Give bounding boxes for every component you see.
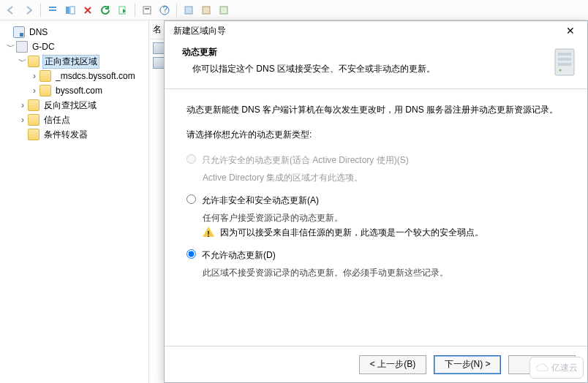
svg-rect-8	[203, 7, 210, 14]
dialog-titlebar: 新建区域向导 ✕	[165, 21, 587, 40]
svg-rect-4	[145, 8, 149, 10]
radio-input[interactable]	[186, 249, 196, 259]
server-icon	[16, 41, 28, 53]
tree-cond-forwarders[interactable]: 条件转发器	[0, 127, 148, 142]
prompt-text: 请选择你想允许的动态更新类型:	[186, 127, 570, 142]
svg-rect-9	[220, 7, 227, 14]
tree-root-dns[interactable]: DNS	[0, 25, 148, 39]
dialog-close-button[interactable]: ✕	[558, 23, 583, 39]
radio-no-dynamic-updates[interactable]: 不允许动态更新(D)	[186, 248, 570, 262]
radio-input	[186, 154, 196, 164]
export-button[interactable]	[115, 2, 131, 18]
dialog-body: 动态更新能使 DNS 客户端计算机在每次发生更改时，用 DNS 服务器注册并动态…	[165, 89, 587, 346]
list-item[interactable]	[153, 57, 165, 69]
tree-reverse-zones[interactable]: ›反向查找区域	[0, 98, 148, 113]
cloud-icon	[535, 361, 549, 374]
tree-label: G-DC	[31, 42, 56, 52]
next-button[interactable]: 下一步(N) >	[434, 355, 501, 374]
svg-rect-13	[558, 63, 571, 66]
folder-icon	[28, 56, 39, 67]
tree-label: byssoft.com	[54, 86, 104, 96]
dns-icon	[13, 26, 25, 38]
folder-icon	[28, 99, 39, 111]
tree-trust-points[interactable]: ›信任点	[0, 113, 148, 127]
tree-label: 信任点	[42, 114, 72, 126]
radio-secure-only: 只允许安全的动态更新(适合 Active Directory 使用)(S)	[186, 153, 570, 167]
svg-rect-11	[558, 53, 571, 56]
svg-rect-1	[70, 7, 75, 14]
warning-text: 因为可以接受来自非信任源的更新，此选项是一个较大的安全弱点。	[220, 225, 483, 240]
zone-icon	[39, 70, 51, 82]
radio-secure-only-desc: Active Directory 集成的区域才有此选项。	[186, 170, 570, 185]
help-button[interactable]: ?	[157, 2, 173, 18]
tree-label: _msdcs.byssoft.com	[54, 71, 137, 81]
dialog-header: 动态更新 你可以指定这个 DNS 区域接受安全、不安全或非动态的更新。	[165, 40, 587, 89]
svg-rect-12	[558, 58, 571, 61]
list-item[interactable]	[153, 42, 165, 54]
up-button[interactable]	[45, 2, 61, 18]
expand-toggle[interactable]: ›	[29, 71, 39, 81]
watermark: 亿速云	[529, 357, 584, 379]
tree-zone-byssoft[interactable]: ›byssoft.com	[0, 83, 148, 98]
back-button[interactable]: < 上一步(B)	[359, 355, 426, 374]
intro-text: 动态更新能使 DNS 客户端计算机在每次发生更改时，用 DNS 服务器注册并动态…	[186, 102, 570, 117]
folder-icon	[28, 114, 39, 126]
filter2-button[interactable]	[198, 2, 214, 18]
dialog-footer: < 上一步(B) 下一步(N) > 取消	[165, 346, 587, 382]
svg-rect-7	[185, 7, 192, 14]
warning-icon	[203, 227, 214, 237]
dialog-subheading: 你可以指定这个 DNS 区域接受安全、不安全或非动态的更新。	[182, 63, 546, 75]
dialog-heading: 动态更新	[182, 46, 546, 58]
tree-label: 正向查找区域	[42, 55, 99, 69]
mmc-toolbar: ?	[0, 0, 588, 20]
back-button[interactable]	[3, 2, 19, 18]
folder-icon	[28, 129, 39, 140]
tree-forward-zones[interactable]: ﹀正向查找区域	[0, 54, 148, 69]
tree-label: 条件转发器	[42, 129, 89, 141]
filter1-button[interactable]	[181, 2, 197, 18]
refresh-button[interactable]	[97, 2, 113, 18]
tree-server[interactable]: ﹀G-DC	[0, 39, 148, 54]
tree-label: 反向查找区域	[42, 99, 98, 112]
radio-nonsecure-and-secure[interactable]: 允许非安全和安全动态更新(A)	[186, 193, 570, 208]
properties-button[interactable]	[139, 2, 155, 18]
expand-toggle[interactable]: ›	[18, 115, 28, 125]
svg-point-14	[559, 69, 562, 72]
radio-group: 只允许安全的动态更新(适合 Active Directory 使用)(S) Ac…	[186, 153, 570, 281]
filter3-button[interactable]	[216, 2, 232, 18]
warning-row: 因为可以接受来自非信任源的更新，此选项是一个较大的安全弱点。	[186, 225, 570, 240]
svg-text:?: ?	[163, 5, 168, 15]
svg-rect-3	[143, 7, 151, 14]
delete-button[interactable]	[80, 2, 96, 18]
tree-label: DNS	[28, 27, 49, 37]
radio-none-desc: 此区域不接受资源记录的动态更新。你必须手动更新这些记录。	[186, 265, 570, 280]
show-hide-tree-button[interactable]	[62, 2, 78, 18]
zone-icon	[39, 85, 51, 96]
forward-button[interactable]	[20, 2, 37, 18]
radio-nonsecure-desc: 任何客户接受资源记录的动态更新。	[186, 211, 570, 225]
dialog-title: 新建区域向导	[173, 25, 558, 37]
new-zone-wizard-dialog: 新建区域向导 ✕ 动态更新 你可以指定这个 DNS 区域接受安全、不安全或非动态…	[164, 20, 588, 383]
expand-toggle[interactable]: ›	[29, 86, 39, 96]
svg-rect-0	[66, 7, 69, 14]
tree-zone-msdcs[interactable]: ›_msdcs.byssoft.com	[0, 69, 148, 83]
server-illustration-icon	[551, 46, 578, 78]
radio-input[interactable]	[186, 194, 196, 204]
expand-toggle[interactable]: ›	[18, 100, 28, 110]
expand-toggle[interactable]: ﹀	[6, 41, 16, 53]
expand-toggle[interactable]: ﹀	[18, 56, 28, 68]
tree-pane: DNS ﹀G-DC ﹀正向查找区域 ›_msdcs.byssoft.com ›b…	[0, 20, 149, 383]
